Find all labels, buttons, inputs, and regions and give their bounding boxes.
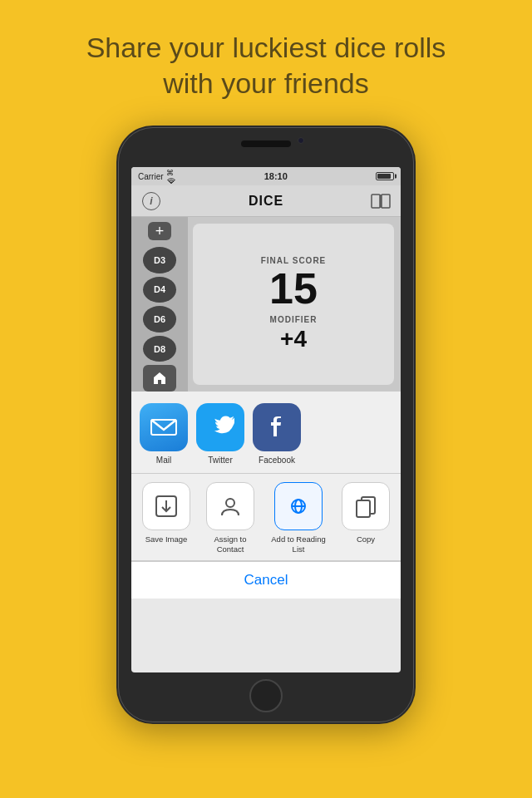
phone-home-button[interactable]	[249, 679, 283, 712]
dice-chip-d6[interactable]: D6	[143, 306, 176, 332]
cancel-label: Cancel	[244, 572, 288, 589]
svg-rect-0	[372, 195, 380, 208]
svg-point-6	[226, 499, 234, 507]
mail-app-icon	[140, 403, 188, 451]
reading-list-label: Add to Reading List	[266, 534, 331, 555]
dice-list: + D3 D4 D6 D8	[131, 217, 188, 392]
nav-title: DICE	[249, 194, 283, 209]
action-save-image[interactable]: Save Image	[138, 482, 195, 555]
save-image-icon-box	[142, 482, 190, 530]
action-assign-contact[interactable]: Assign to Contact	[201, 482, 259, 555]
copy-label: Copy	[357, 534, 375, 544]
save-image-label: Save Image	[145, 534, 188, 544]
phone-camera	[298, 137, 304, 144]
assign-contact-label: Assign to Contact	[201, 534, 259, 555]
battery-indicator	[376, 172, 394, 180]
book-icon[interactable]	[371, 191, 391, 211]
phone-speaker	[241, 140, 291, 147]
facebook-app-label: Facebook	[259, 456, 295, 465]
action-copy[interactable]: Copy	[337, 482, 394, 555]
add-dice-button[interactable]: +	[148, 222, 171, 240]
phone-body: Carrier ⌘ 18:10	[116, 126, 416, 724]
dice-home-icon[interactable]	[143, 365, 176, 392]
twitter-app-label: Twitter	[208, 456, 232, 465]
cancel-button[interactable]: Cancel	[131, 561, 401, 598]
facebook-app-icon	[253, 403, 301, 451]
action-reading-list[interactable]: Add to Reading List	[266, 482, 331, 555]
info-button[interactable]: i	[141, 191, 161, 211]
dice-chip-d8[interactable]: D8	[143, 336, 176, 362]
reading-list-icon-box	[274, 482, 323, 530]
dice-chip-d4[interactable]: D4	[143, 277, 176, 303]
modifier-value: +4	[280, 326, 307, 352]
nav-bar: i DICE	[131, 185, 401, 217]
svg-rect-11	[357, 500, 370, 517]
svg-rect-1	[382, 195, 390, 208]
share-actions-row: Save Image Assign to Contact	[131, 474, 401, 561]
status-bar: Carrier ⌘ 18:10	[131, 167, 401, 185]
share-apps-row: Mail Twitter	[131, 392, 401, 474]
copy-icon-box	[342, 482, 390, 530]
share-facebook-item[interactable]: Facebook	[253, 403, 301, 465]
mail-app-label: Mail	[156, 456, 171, 465]
wifi-icon: ⌘	[166, 169, 176, 185]
modifier-label: MODIFIER	[270, 315, 318, 324]
app-content: + D3 D4 D6 D8	[131, 217, 401, 392]
assign-contact-icon-box	[206, 482, 254, 530]
status-time: 18:10	[264, 171, 288, 181]
dice-chip-d3[interactable]: D3	[143, 247, 176, 273]
share-mail-item[interactable]: Mail	[140, 403, 188, 465]
phone-mockup: Carrier ⌘ 18:10	[116, 126, 416, 724]
score-panel: FINAL SCORE 15 MODIFIER +4	[193, 224, 394, 385]
carrier-label: Carrier ⌘	[138, 169, 176, 185]
share-sheet: Mail Twitter	[131, 392, 401, 598]
twitter-app-icon	[196, 403, 244, 451]
final-score-value: 15	[269, 267, 318, 310]
phone-screen: Carrier ⌘ 18:10	[131, 167, 401, 672]
headline: Share your luckiest dice rolls with your…	[53, 30, 480, 101]
share-twitter-item[interactable]: Twitter	[196, 403, 244, 465]
